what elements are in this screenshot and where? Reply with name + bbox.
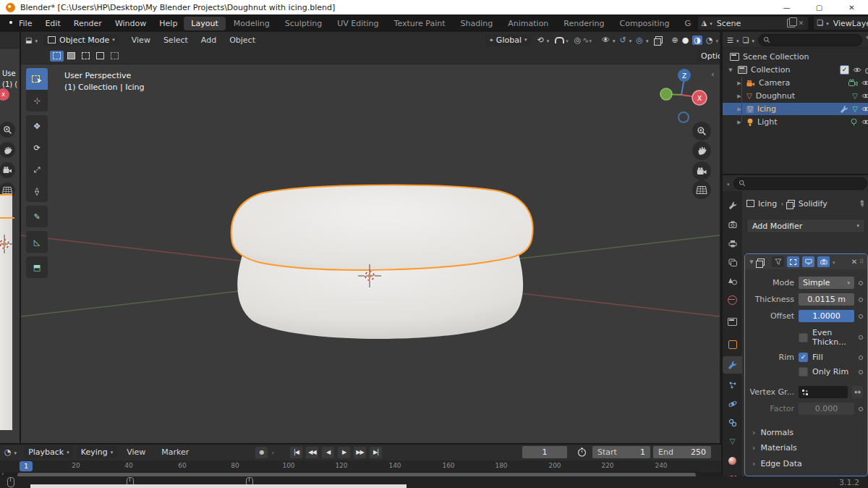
sidebar-collapse-arrow[interactable]: ‹ bbox=[711, 70, 714, 79]
drag-handle-icon[interactable]: ⠿ bbox=[859, 258, 864, 265]
tab-scene[interactable] bbox=[723, 272, 742, 290]
tab-material[interactable] bbox=[723, 452, 742, 469]
tab-particles[interactable] bbox=[723, 376, 742, 394]
show-object-types-dropdown[interactable]: 👁 bbox=[602, 35, 616, 45]
keying-menu[interactable]: Keying bbox=[77, 446, 117, 458]
pivot-point-dropdown[interactable]: ⟲ bbox=[537, 35, 549, 45]
toggle-render[interactable] bbox=[817, 256, 830, 267]
disable-render-camera-icon[interactable] bbox=[865, 67, 868, 74]
shading-solid-button[interactable]: ● bbox=[682, 35, 689, 45]
outliner-row-doughnut[interactable]: ▶ ▽ Doughnut ▽ bbox=[723, 90, 868, 102]
section-materials[interactable]: Materials bbox=[745, 439, 867, 455]
menu-object[interactable]: Object bbox=[223, 35, 262, 45]
tab-collection-properties[interactable] bbox=[723, 313, 742, 330]
previous-keyframe-button[interactable]: ◀◀ bbox=[306, 447, 318, 458]
modifier-panel-header[interactable]: ▼ ✕ ⠿ bbox=[745, 254, 867, 269]
toggle-on-cage[interactable] bbox=[772, 256, 784, 267]
sliver-camera-view-icon[interactable] bbox=[0, 162, 15, 178]
breadcrumb-modifier[interactable]: Solidify bbox=[799, 199, 827, 209]
play-reverse-button[interactable]: ◀ bbox=[322, 447, 334, 458]
scene-selector[interactable]: ◮ Scene ✕ bbox=[698, 17, 808, 30]
workspace-tab-texture-paint[interactable]: Texture Paint bbox=[387, 17, 453, 30]
select-mode-intersect-button[interactable] bbox=[108, 51, 122, 62]
proportional-editing-icon[interactable]: ◎ bbox=[574, 35, 582, 45]
mode-dropdown[interactable]: Object Mode bbox=[43, 34, 119, 46]
invert-vertex-group-icon[interactable]: ↔ bbox=[852, 386, 863, 398]
hide-eye-icon[interactable] bbox=[861, 80, 868, 86]
falloff-dropdown[interactable]: ∿ bbox=[582, 35, 592, 45]
select-mode-set-button[interactable] bbox=[50, 51, 64, 62]
secondary-viewport-sliver[interactable]: Use (1) ( x bbox=[0, 32, 21, 443]
mode-select[interactable]: Simple bbox=[799, 277, 854, 289]
workspace-tab-rendering[interactable]: Rendering bbox=[556, 17, 611, 30]
hide-eye-icon[interactable] bbox=[861, 119, 868, 125]
outliner-filter-mode-dropdown[interactable]: ❏ bbox=[742, 36, 754, 44]
shading-wireframe-button[interactable]: ⊕ bbox=[671, 35, 678, 45]
workspace-tab-geometry-nodes[interactable]: Geometry Nod bbox=[677, 17, 692, 30]
select-mode-invert-button[interactable] bbox=[93, 51, 107, 62]
tool-rotate[interactable]: ⟳ bbox=[26, 137, 48, 159]
workspace-tab-animation[interactable]: Animation bbox=[501, 17, 556, 30]
shading-rendered-button[interactable]: ◔ bbox=[706, 35, 713, 45]
tool-add-cube[interactable]: ⬒ bbox=[26, 256, 48, 278]
sliver-gizmo-x-ball[interactable]: x bbox=[0, 88, 9, 101]
hide-eye-icon[interactable] bbox=[861, 93, 868, 99]
menu-add[interactable]: Add bbox=[195, 35, 223, 45]
gizmos-toggle[interactable]: ↺ bbox=[620, 35, 632, 45]
tab-render[interactable] bbox=[723, 216, 742, 233]
close-button[interactable]: ✕ bbox=[835, 0, 868, 14]
workspace-tab-sculpting[interactable]: Sculpting bbox=[278, 17, 329, 30]
start-frame-field[interactable]: Start1 bbox=[592, 446, 650, 458]
menu-select[interactable]: Select bbox=[157, 35, 195, 45]
remove-scene-icon[interactable]: ✕ bbox=[797, 20, 806, 27]
select-mode-extend-button[interactable] bbox=[64, 51, 78, 62]
view-layer-selector[interactable]: ❏ ViewLayer ✕ bbox=[814, 17, 868, 30]
jump-to-start-button[interactable]: |◀ bbox=[290, 447, 302, 458]
timeline-editor-type-icon[interactable]: ◔ bbox=[4, 447, 17, 457]
tool-annotate[interactable]: ✎ bbox=[26, 206, 48, 227]
options-dropdown[interactable]: Options bbox=[697, 50, 720, 62]
shading-dropdown[interactable] bbox=[715, 35, 718, 45]
only-rim-checkbox[interactable] bbox=[799, 367, 808, 376]
tab-world[interactable] bbox=[723, 291, 742, 308]
workspace-tab-uv-editing[interactable]: UV Editing bbox=[330, 17, 386, 30]
minimize-button[interactable]: — bbox=[770, 0, 803, 14]
shading-material-button[interactable]: ◑ bbox=[692, 35, 702, 45]
outliner-row-collection[interactable]: ▼ Collection ✓ bbox=[723, 64, 868, 76]
collection-checkbox[interactable]: ✓ bbox=[840, 65, 849, 75]
animate-dot[interactable] bbox=[859, 281, 863, 285]
workspace-tab-modeling[interactable]: Modeling bbox=[226, 17, 277, 30]
collapse-arrow-icon[interactable]: ▼ bbox=[727, 67, 734, 73]
sliver-zoom-icon[interactable] bbox=[0, 122, 15, 138]
select-mode-subtract-button[interactable] bbox=[79, 51, 93, 62]
zoom-icon[interactable] bbox=[692, 122, 711, 140]
tab-tool[interactable] bbox=[723, 197, 742, 214]
tab-output[interactable] bbox=[723, 235, 742, 252]
section-edge-data[interactable]: Edge Data bbox=[745, 455, 867, 471]
breadcrumb-object[interactable]: Icing bbox=[758, 199, 777, 209]
tool-scale[interactable]: ⤢ bbox=[26, 159, 48, 180]
pin-icon[interactable]: ✎ bbox=[856, 198, 867, 209]
restore-button[interactable]: ▢ bbox=[803, 0, 835, 14]
overlays-toggle[interactable]: ◎ bbox=[636, 35, 648, 45]
current-frame-field[interactable]: 1 bbox=[522, 446, 567, 458]
menu-window[interactable]: Window bbox=[109, 19, 153, 28]
animate-dot[interactable] bbox=[859, 356, 863, 360]
delete-modifier-icon[interactable]: ✕ bbox=[851, 258, 857, 266]
sliver-pan-icon[interactable] bbox=[0, 142, 15, 158]
xray-toggle[interactable] bbox=[655, 36, 663, 43]
outliner-display-mode-dropdown[interactable]: ☰ bbox=[727, 36, 739, 44]
add-modifier-dropdown[interactable]: Add Modifier bbox=[746, 219, 865, 233]
outliner-row-scene-collection[interactable]: Scene Collection bbox=[723, 51, 868, 63]
tab-modifiers-active[interactable] bbox=[723, 356, 742, 374]
tab-object-data[interactable]: ▽ bbox=[723, 433, 742, 450]
toggle-realtime[interactable] bbox=[802, 256, 814, 267]
marker-menu[interactable]: Marker bbox=[155, 447, 195, 457]
snap-magnet-icon[interactable] bbox=[555, 37, 564, 43]
toggle-edit-mode[interactable] bbox=[787, 256, 799, 267]
view-menu[interactable]: View bbox=[120, 447, 152, 457]
menu-file[interactable]: File bbox=[12, 19, 38, 28]
animate-dot[interactable] bbox=[859, 370, 863, 374]
panel-collapse-arrow[interactable]: ▼ bbox=[748, 259, 755, 265]
tab-physics[interactable] bbox=[723, 395, 742, 413]
